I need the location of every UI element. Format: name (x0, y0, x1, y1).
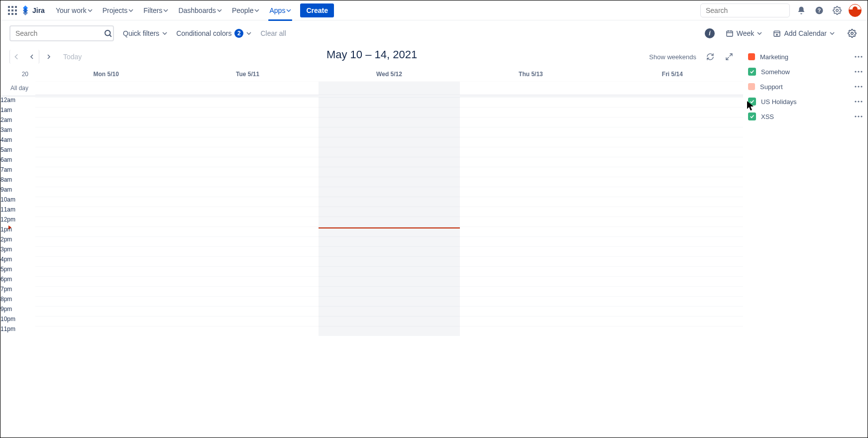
app-switcher-icon[interactable] (6, 4, 18, 16)
svg-point-34 (855, 101, 856, 102)
hour-label: 8am (0, 175, 35, 185)
jira-logo-text: Jira (32, 6, 45, 14)
calendar-toolbar: Quick filters Conditional colors 2 Clear… (0, 20, 868, 46)
global-search-input[interactable] (705, 6, 794, 15)
color-swatch[interactable] (748, 53, 755, 60)
more-icon[interactable] (855, 56, 863, 58)
nav-item-your-work[interactable]: Your work (52, 4, 97, 16)
refresh-icon[interactable] (705, 52, 715, 62)
chevron-down-icon (163, 8, 168, 13)
notifications-icon[interactable] (795, 4, 808, 17)
hour-label: 4pm (0, 254, 35, 264)
day-header: Mon 5/10 (35, 67, 177, 81)
calendar-name: Marketing (760, 53, 850, 61)
calendar-list-item[interactable]: Marketing (748, 49, 863, 64)
create-button[interactable]: Create (300, 3, 334, 17)
nav-item-label: Filters (143, 6, 162, 14)
nav-item-people[interactable]: People (228, 4, 264, 16)
view-switcher[interactable]: Week (726, 29, 762, 37)
checkbox-icon[interactable] (748, 98, 756, 106)
calendar-settings-icon[interactable] (846, 27, 859, 40)
nav-item-label: People (232, 6, 254, 14)
svg-point-29 (858, 71, 859, 72)
calendar-icon (726, 29, 734, 37)
nav-item-dashboards[interactable]: Dashboards (174, 4, 226, 16)
color-swatch[interactable] (748, 83, 755, 90)
calendar-sidebar: MarketingSomehowSupportUS HolidaysXSS (743, 46, 868, 336)
view-label: Week (737, 29, 755, 37)
chevron-down-icon (254, 8, 259, 13)
allday-row[interactable] (35, 81, 743, 95)
chevron-down-icon (162, 31, 167, 36)
calendar-search-input[interactable] (14, 29, 104, 38)
conditional-colors-button[interactable]: Conditional colors 2 (176, 29, 251, 38)
more-icon[interactable] (855, 101, 863, 103)
svg-rect-4 (11, 9, 13, 11)
today-button[interactable]: Today (63, 53, 82, 61)
collapse-sidebar-button[interactable] (9, 50, 23, 64)
day-header: Thu 5/13 (460, 67, 601, 81)
hour-label: 10am (0, 195, 35, 205)
allday-cell[interactable] (460, 82, 601, 95)
hour-label: 9am (0, 185, 35, 195)
nav-item-projects[interactable]: Projects (99, 4, 138, 16)
day-column[interactable] (460, 97, 601, 336)
hour-label: 7pm (0, 284, 35, 294)
svg-rect-0 (8, 6, 10, 8)
calendar-list-item[interactable]: XSS (748, 109, 863, 124)
help-icon[interactable]: ? (813, 4, 826, 17)
svg-point-38 (858, 115, 859, 117)
calendar-list-item[interactable]: Support (748, 79, 863, 94)
svg-point-14 (105, 30, 110, 36)
calendar-name: US Holidays (761, 98, 850, 106)
clear-all-button[interactable]: Clear all (260, 29, 286, 37)
day-column[interactable] (177, 97, 318, 336)
nav-item-label: Your work (56, 6, 87, 14)
more-icon[interactable] (855, 71, 863, 73)
nav-item-label: Projects (103, 6, 128, 14)
hour-label: 2am (0, 115, 35, 125)
svg-point-28 (855, 71, 856, 72)
now-marker-icon (8, 225, 11, 229)
checkbox-icon[interactable] (748, 112, 756, 120)
hour-label: 6pm (0, 274, 35, 284)
calendar-list-item[interactable]: US Holidays (748, 94, 863, 109)
day-header: Fri 5/14 (602, 67, 743, 81)
more-icon[interactable] (855, 86, 863, 88)
nav-item-filters[interactable]: Filters (139, 4, 172, 16)
calendar-search[interactable] (9, 25, 114, 41)
settings-icon[interactable] (831, 4, 844, 17)
search-icon (104, 29, 112, 38)
show-weekends-toggle[interactable]: Show weekends (649, 53, 696, 61)
checkbox-icon[interactable] (748, 68, 756, 76)
svg-rect-6 (8, 13, 10, 15)
jira-logo[interactable]: Jira (20, 5, 45, 15)
allday-label: All day (0, 81, 35, 95)
global-search[interactable] (700, 3, 790, 17)
expand-icon[interactable] (724, 52, 734, 62)
allday-cell[interactable] (319, 82, 460, 95)
day-column[interactable] (602, 97, 743, 336)
nav-item-apps[interactable]: Apps (265, 4, 295, 16)
quick-filters-button[interactable]: Quick filters (123, 29, 167, 37)
svg-rect-2 (15, 6, 17, 8)
allday-cell[interactable] (177, 82, 318, 95)
prev-week-button[interactable] (25, 50, 39, 64)
chevron-down-icon (217, 8, 222, 13)
profile-avatar[interactable] (849, 4, 862, 17)
calendar-name: Somehow (761, 68, 850, 76)
hour-label: 11am (0, 205, 35, 215)
day-column[interactable] (35, 97, 177, 336)
quick-filters-label: Quick filters (123, 29, 159, 37)
next-week-button[interactable] (41, 50, 55, 64)
day-column[interactable] (319, 97, 460, 336)
calendar-list-item[interactable]: Somehow (748, 64, 863, 79)
hours-grid[interactable] (35, 97, 743, 336)
calendar-add-icon (773, 29, 781, 37)
allday-cell[interactable] (602, 82, 743, 95)
day-header: Tue 5/11 (177, 67, 318, 81)
allday-cell[interactable] (35, 82, 177, 95)
info-icon[interactable]: i (705, 28, 715, 38)
more-icon[interactable] (855, 115, 863, 117)
add-calendar-button[interactable]: Add Calendar (773, 29, 835, 37)
